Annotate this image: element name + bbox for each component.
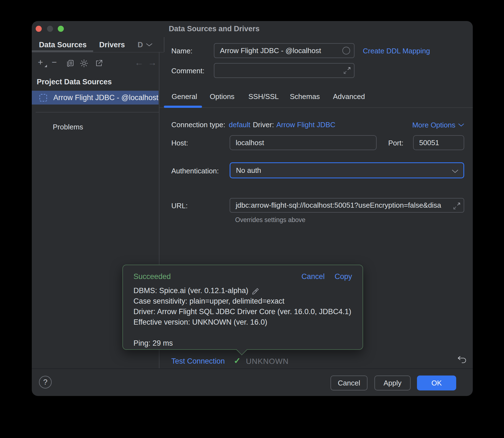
host-value: localhost [230, 139, 264, 147]
tab-general[interactable]: General [172, 92, 197, 101]
expand-icon[interactable] [453, 202, 461, 210]
test-result-text: UNKNOWN [246, 357, 289, 366]
minimize-window-button[interactable] [47, 26, 53, 32]
sidebar-section-title: Project Data Sources [37, 78, 112, 86]
ok-button[interactable]: OK [417, 376, 456, 390]
expand-icon[interactable] [343, 66, 351, 75]
close-window-button[interactable] [36, 26, 42, 32]
url-input[interactable]: jdbc:arrow-flight-sql://localhost:50051?… [230, 198, 464, 213]
back-arrow-icon[interactable]: ← [135, 58, 143, 68]
help-button[interactable]: ? [39, 376, 52, 389]
url-note: Overrides settings above [235, 216, 305, 224]
add-dropdown-arrow-icon [44, 65, 47, 67]
forward-arrow-icon[interactable]: → [148, 58, 157, 68]
data-sources-dialog: Data Sources and Drivers Data Sources Dr… [32, 21, 473, 396]
tabs-baseline [159, 107, 473, 108]
authentication-value: No auth [230, 166, 261, 175]
port-label: Port: [388, 139, 403, 147]
spinner-icon [342, 47, 350, 54]
comment-input[interactable] [214, 63, 355, 78]
url-value: jdbc:arrow-flight-sql://localhost:50051?… [230, 201, 441, 210]
header-divider [164, 37, 164, 52]
tab-overflow[interactable]: D [138, 41, 143, 49]
chevron-down-icon [452, 169, 458, 173]
data-source-label: Arrow Flight JDBC - @localhost [53, 93, 158, 102]
gear-icon[interactable] [80, 59, 88, 67]
popup-copy-link[interactable]: Copy [335, 272, 352, 281]
popup-cancel-link[interactable]: Cancel [301, 272, 325, 281]
driver-value-link[interactable]: Arrow Flight JDBC [276, 121, 335, 129]
tab-ssh-ssl[interactable]: SSH/SSL [248, 92, 279, 101]
tab-advanced[interactable]: Advanced [333, 92, 365, 101]
more-options-label: More Options [412, 121, 455, 129]
popup-dbms-line: DBMS: Spice.ai (ver. 0.12.1-alpha) [133, 285, 248, 296]
tab-drivers[interactable]: Drivers [99, 41, 125, 49]
driver-label: Driver: [253, 121, 274, 129]
duplicate-icon[interactable] [67, 59, 75, 67]
open-in-new-window-icon[interactable] [95, 59, 103, 67]
more-options-link[interactable]: More Options [412, 121, 464, 129]
popup-version-line: Effective version: UNKNOWN (ver. 16.0) [133, 317, 267, 327]
comment-label: Comment: [171, 67, 204, 75]
chevron-down-icon[interactable] [146, 43, 153, 47]
apply-button[interactable]: Apply [374, 376, 411, 390]
create-ddl-mapping-link[interactable]: Create DDL Mapping [363, 47, 430, 55]
authentication-label: Authentication: [171, 167, 219, 175]
tab-data-sources[interactable]: Data Sources [39, 41, 87, 49]
chevron-down-icon [458, 123, 464, 127]
footer-separator [32, 368, 473, 369]
port-input[interactable]: 50051 [413, 135, 464, 150]
popup-driver-line: Driver: Arrow Flight SQL JDBC Driver Cor… [133, 306, 351, 317]
dialog-title: Data Sources and Drivers [151, 25, 278, 33]
remove-data-source-button[interactable]: − [52, 58, 57, 67]
host-input[interactable]: localhost [230, 135, 377, 150]
check-icon: ✓ [234, 356, 241, 366]
edit-pencil-icon[interactable] [251, 287, 259, 294]
name-label: Name: [171, 47, 193, 55]
popup-status: Succeeded [133, 272, 292, 281]
connection-type-value-link[interactable]: default [229, 121, 250, 129]
popup-case-line: Case sensitivity: plain=upper, delimited… [133, 296, 284, 306]
add-data-source-button[interactable]: + [38, 58, 43, 67]
cancel-button[interactable]: Cancel [330, 376, 368, 390]
test-connection-link[interactable]: Test Connection [171, 357, 225, 366]
data-source-icon [40, 94, 47, 101]
active-tab-indicator [164, 106, 202, 108]
authentication-select[interactable]: No auth [230, 162, 464, 178]
zoom-window-button[interactable] [58, 26, 64, 32]
sidebar-separator [36, 112, 159, 113]
tab-options[interactable]: Options [210, 92, 235, 101]
undo-icon[interactable] [457, 354, 467, 365]
header-underline [32, 52, 164, 53]
sidebar-item-arrow-flight-jdbc[interactable]: Arrow Flight JDBC - @localhost [32, 91, 159, 105]
name-value: Arrow Flight JDBC - @localhost [214, 46, 321, 55]
tab-schemas[interactable]: Schemas [290, 92, 320, 101]
url-label: URL: [171, 202, 188, 210]
sidebar-item-problems[interactable]: Problems [53, 123, 83, 131]
port-value: 50051 [414, 139, 439, 147]
connection-type-label: Connection type: [171, 121, 225, 129]
name-input[interactable]: Arrow Flight JDBC - @localhost [214, 43, 355, 58]
host-label: Host: [171, 139, 188, 147]
test-connection-popup: Succeeded Cancel Copy DBMS: Spice.ai (ve… [122, 265, 363, 350]
